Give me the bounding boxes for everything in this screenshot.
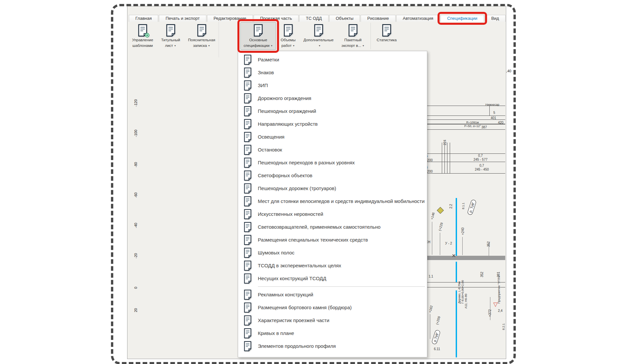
document-icon (243, 289, 252, 300)
menu-item[interactable]: Остановок (238, 143, 427, 156)
ribbon-button-статистика[interactable]: Статистика (373, 22, 400, 50)
menu-item[interactable]: Направляющих устройств (238, 117, 427, 130)
ribbon-button-пояснительная[interactable]: Пояснительнаязаписка▼ (185, 22, 219, 50)
document-icon (243, 209, 252, 219)
document-icon (243, 315, 252, 326)
document-icon-wrap (283, 24, 294, 37)
menu-item-label: Знаков (258, 70, 274, 75)
ribbon-button-label: лист▼ (165, 44, 176, 48)
menu-item[interactable]: Кривых в плане (238, 327, 427, 340)
document-icon (243, 222, 252, 232)
tab-label: Спецификации (447, 16, 477, 21)
drawing-annotation: 2.2 (449, 204, 453, 209)
menu-item-label: Разметки (258, 57, 279, 62)
specifications-dropdown-menu: РазметкиЗнаковЗИПДорожного огражденияПеш… (238, 51, 427, 357)
drawing-line (450, 143, 450, 173)
dropdown-arrow-icon: ▼ (270, 44, 273, 48)
menu-item[interactable]: Искусственных неровностей (238, 208, 427, 220)
document-icon (243, 273, 252, 284)
dropdown-arrow-icon: ▼ (208, 44, 210, 48)
drawing-annotation: 8.2.1 (502, 323, 505, 330)
menu-item-label: Пешеходных переходов в разных уровнях (258, 160, 355, 165)
ribbon-button-label: Пояснительная (188, 38, 215, 42)
document-icon-wrap (243, 222, 252, 232)
document-icon (196, 24, 207, 37)
vruler-number: -20 (134, 253, 138, 258)
document-icon-wrap (243, 315, 252, 326)
menu-item[interactable]: Пешеходных дорожек (тротуаров) (238, 182, 427, 195)
menu-item-label: Направляющих устройств (258, 121, 318, 127)
drawing-annotation: 387 (481, 125, 487, 129)
document-icon-wrap (243, 93, 252, 104)
document-icon-wrap (243, 235, 252, 245)
drawing-line (414, 256, 505, 260)
tab-редактирование[interactable]: Редактирование (207, 15, 253, 22)
menu-item-label: Искусственных неровностей (258, 211, 323, 217)
drawing-line (414, 124, 505, 124)
tab-автоматизация[interactable]: Автоматизация (396, 15, 440, 22)
drawing-line (432, 222, 432, 255)
tab-объекты[interactable]: Объекты (329, 15, 360, 22)
ribbon-group-separator (219, 22, 219, 57)
menu-item[interactable]: Знаков (238, 66, 427, 79)
document-icon-wrap (243, 260, 252, 271)
tab-вид[interactable]: Вид (485, 15, 506, 22)
menu-item[interactable]: Мест для стоянки велосипедов и средств и… (238, 195, 427, 208)
document-icon-wrap (243, 183, 252, 194)
menu-item[interactable]: Дорожного ограждения (238, 92, 427, 105)
menu-item[interactable]: ЗИП (238, 79, 427, 92)
menu-item[interactable]: Освещения (238, 130, 427, 143)
ribbon-button-дополнительные[interactable]: Дополнительные ▼ (300, 22, 337, 50)
ribbon-button-объемы[interactable]: Объемыработ▼ (277, 22, 299, 50)
drawing-annotation: 352 (480, 272, 484, 277)
menu-item[interactable]: Размещения специальных технических средс… (238, 233, 427, 246)
document-icon (243, 248, 252, 258)
tab-печать-и-экспорт[interactable]: Печать и экспорт (159, 15, 206, 22)
menu-item[interactable]: Шумовых полос (238, 246, 427, 259)
drawing-annotation: 0,7 (478, 154, 483, 157)
document-icon-wrap (243, 67, 252, 78)
menu-item[interactable]: Светофорных объектов (238, 169, 427, 182)
drawing-annotation: У - 2 (445, 242, 452, 245)
document-icon (243, 93, 252, 104)
menu-item[interactable]: ТСОДД в эксперементальных целях (238, 259, 427, 272)
menu-item[interactable]: Элементов продольного профиля (238, 340, 427, 352)
document-icon-wrap (243, 132, 252, 142)
tab-спецификации[interactable]: Спецификации (440, 15, 484, 22)
document-icon-wrap (348, 24, 358, 37)
menu-item-label: Характеристик проезжей части (258, 317, 330, 323)
menu-item[interactable]: Световозвращателей, применяемых самостоя… (238, 220, 427, 233)
document-icon (313, 24, 324, 37)
menu-item[interactable]: Рекламных конструкций (238, 288, 427, 301)
document-icon-wrap (243, 170, 252, 181)
menu-item[interactable]: Несущих конструкций ТСОДД (238, 272, 427, 285)
menu-item[interactable]: Пешеходных переходов в разных уровнях (238, 156, 427, 169)
menu-item[interactable]: Размещения бортового камня (бордюра) (238, 301, 427, 314)
dropdown-arrow-icon: ▼ (318, 44, 321, 48)
tab-проезжая-часть[interactable]: Проезжая часть (254, 15, 299, 22)
drawing-line (442, 143, 442, 173)
document-icon (243, 341, 252, 351)
ribbon-button-label: Объемы (281, 38, 296, 42)
document-icon-wrap (196, 24, 207, 37)
menu-item[interactable]: Разметки (238, 53, 427, 66)
tab-label: ТС ОДД (306, 16, 322, 21)
drawing-annotation: Р=50, α=12° (464, 124, 481, 128)
tab-главная[interactable]: Главная (129, 15, 158, 22)
menu-item-label: Светофорных объектов (258, 173, 312, 178)
screenshot-stage: Дислокация ТС ОДД - 3.0.9355.27250 Главн… (0, 0, 634, 364)
tab-label: Редактирование (214, 16, 246, 21)
ribbon-button-label: экспорт в...▼ (341, 44, 365, 48)
ribbon-separator (370, 23, 371, 49)
ribbon-button-основные[interactable]: Основныеспецификации▼ (240, 22, 276, 50)
tab-тс-одд[interactable]: ТС ОДД (299, 15, 328, 22)
menu-item[interactable]: Пешеходных ограждений (238, 105, 427, 117)
ribbon-button-label: записка▼ (193, 44, 210, 48)
ribbon-button-label: Управление (132, 38, 153, 42)
ribbon-button-управление[interactable]: Управлениешаблонами (129, 22, 157, 50)
ribbon-button-титульный[interactable]: Титульныйлист▼ (158, 22, 184, 50)
ribbon-button-пакетный[interactable]: Пакетныйэкспорт в...▼ (338, 22, 368, 50)
drawing-annotation: +372 (488, 309, 492, 317)
menu-item[interactable]: Характеристик проезжей части (238, 314, 427, 327)
tab-рисование[interactable]: Рисование (361, 15, 395, 22)
